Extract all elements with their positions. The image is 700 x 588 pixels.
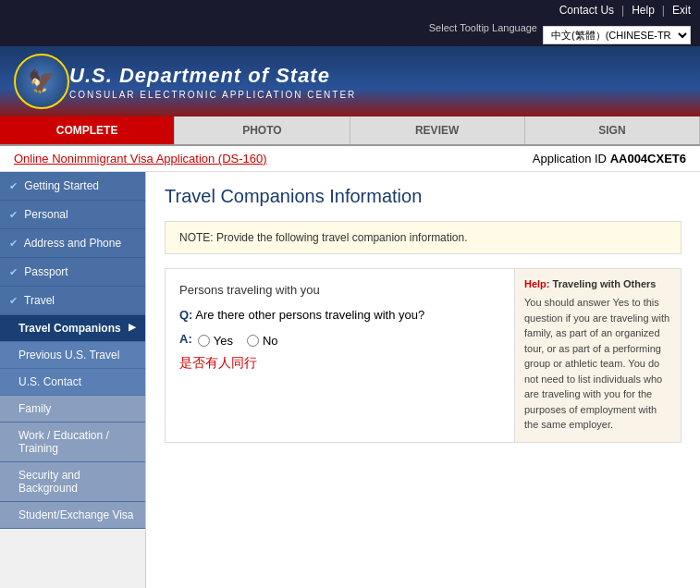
q-label: Q:	[179, 308, 192, 322]
tab-photo[interactable]: PHOTO	[175, 116, 350, 144]
q-text: Are there other persons traveling with y…	[195, 308, 424, 322]
help-label: Help:	[524, 278, 550, 289]
sidebar-item-us-contact[interactable]: U.S. Contact	[0, 369, 145, 396]
tab-sign[interactable]: SIGN	[525, 116, 700, 144]
department-seal: 🦅	[14, 54, 69, 109]
sidebar-item-personal[interactable]: ✔ Personal	[0, 201, 145, 229]
app-id-container: Application ID AA004CXET6	[533, 152, 686, 165]
exit-link[interactable]: Exit	[672, 4, 691, 17]
yes-label: Yes	[214, 334, 233, 348]
answer-row: A: Yes No	[179, 329, 500, 348]
radio-yes[interactable]	[198, 335, 210, 347]
tooltip-label: Select Tooltip Language	[429, 22, 537, 44]
note-box: NOTE: Provide the following travel compa…	[165, 221, 682, 254]
note-text: NOTE: Provide the following travel compa…	[179, 231, 467, 244]
arrow-icon: ▶	[129, 322, 136, 335]
sidebar-item-previous-us-travel[interactable]: Previous U.S. Travel	[0, 342, 145, 369]
option-no[interactable]: No	[247, 334, 278, 348]
tab-review[interactable]: REVIEW	[350, 116, 525, 144]
section-title: Persons traveling with you	[179, 283, 500, 297]
app-id-label: Application ID	[533, 152, 607, 165]
content-area: Travel Companions Information NOTE: Prov…	[146, 172, 700, 588]
sidebar: ✔ Getting Started ✔ Personal ✔ Address a…	[0, 172, 146, 588]
page-title: Travel Companions Information	[165, 186, 682, 207]
contact-link[interactable]: Contact Us	[559, 4, 614, 17]
question-block: Q: Are there other persons traveling wit…	[179, 308, 500, 372]
sidebar-item-work-education[interactable]: Work / Education / Training	[0, 423, 145, 462]
help-link[interactable]: Help	[632, 4, 655, 17]
header-text: U.S. Department of State CONSULAR ELECTR…	[69, 64, 356, 100]
sidebar-item-getting-started[interactable]: ✔ Getting Started	[0, 172, 145, 201]
app-id-value: AA004CXET6	[610, 152, 686, 165]
radio-group: Yes No	[198, 334, 278, 348]
sidebar-item-address-phone[interactable]: ✔ Address and Phone	[0, 229, 145, 258]
no-label: No	[263, 334, 278, 348]
a-label: A:	[179, 332, 192, 346]
tab-complete[interactable]: COMPLETE	[0, 116, 175, 144]
sidebar-item-family[interactable]: Family	[0, 396, 145, 423]
chinese-text: 是否有人同行	[179, 355, 500, 372]
sidebar-item-travel-companions[interactable]: Travel Companions ▶	[0, 315, 145, 342]
top-bar: Contact Us | Help | Exit	[0, 0, 700, 20]
form-section: Persons traveling with you Q: Are there …	[165, 268, 682, 443]
page-header: 🦅 U.S. Department of State CONSULAR ELEC…	[0, 46, 700, 116]
dept-subtitle: CONSULAR ELECTRONIC APPLICATION CENTER	[69, 90, 356, 100]
help-title: Help: Traveling with Others	[524, 278, 671, 289]
sidebar-item-travel[interactable]: ✔ Travel	[0, 287, 145, 315]
language-selector[interactable]: 中文(繁體）(CHINESE-TRADI▼	[543, 26, 691, 44]
dept-name: U.S. Department of State	[69, 64, 356, 88]
eagle-icon: 🦅	[28, 68, 55, 94]
help-panel: Help: Traveling with Others You should a…	[514, 269, 681, 442]
help-title-text: Traveling with Others	[553, 278, 657, 289]
nav-tabs: COMPLETE PHOTO REVIEW SIGN	[0, 116, 700, 146]
language-bar: Select Tooltip Language 中文(繁體）(CHINESE-T…	[0, 20, 700, 46]
sidebar-item-security[interactable]: Security and Background	[0, 462, 145, 502]
help-body: You should answer Yes to this question i…	[524, 295, 671, 433]
ds160-link[interactable]: Online Nonimmigrant Visa Application (DS…	[14, 152, 267, 165]
sidebar-item-passport[interactable]: ✔ Passport	[0, 258, 145, 287]
radio-no[interactable]	[247, 335, 259, 347]
form-main: Persons traveling with you Q: Are there …	[166, 269, 514, 442]
sidebar-item-student-visa[interactable]: Student/Exchange Visa	[0, 502, 145, 529]
main-layout: ✔ Getting Started ✔ Personal ✔ Address a…	[0, 172, 700, 588]
question-text: Q: Are there other persons traveling wit…	[179, 308, 500, 322]
app-bar: Online Nonimmigrant Visa Application (DS…	[0, 146, 700, 172]
option-yes[interactable]: Yes	[198, 334, 233, 348]
